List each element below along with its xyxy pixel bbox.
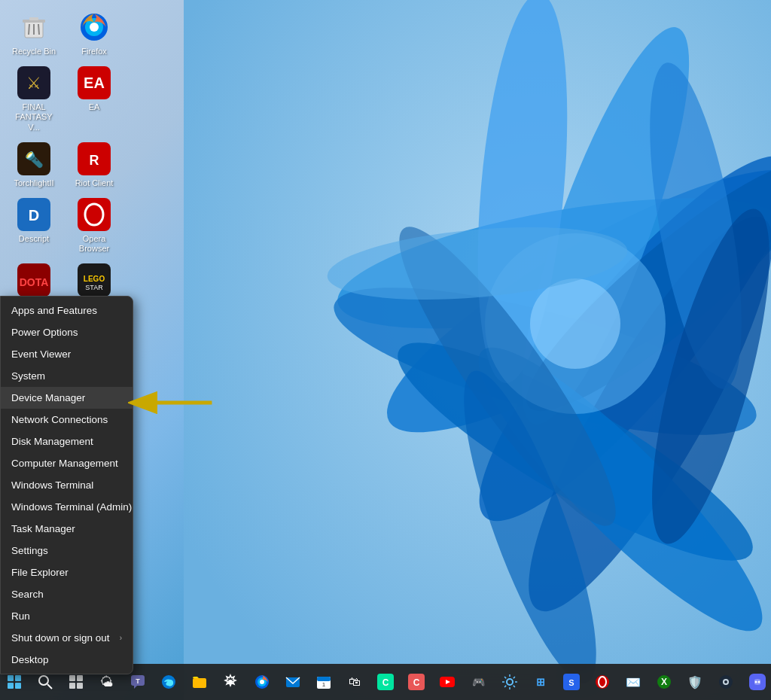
svg-text:S: S <box>568 678 574 687</box>
svg-text:C: C <box>382 677 389 688</box>
svg-text:🔦: 🔦 <box>25 151 44 169</box>
svg-line-21 <box>29 24 29 35</box>
svg-text:R: R <box>90 153 99 168</box>
menu-item-device-manager[interactable]: Device Manager <box>1 387 133 409</box>
steam-button[interactable] <box>712 667 740 697</box>
email2-button[interactable]: ✉️ <box>619 667 647 697</box>
opera-image <box>78 198 111 231</box>
final-fantasy-label: FINAL FANTASY V... <box>11 102 57 132</box>
svg-text:C: C <box>413 677 420 688</box>
slipstream-button[interactable]: S <box>557 667 585 697</box>
menu-item-computer-management[interactable]: Computer Management <box>1 452 133 474</box>
ea-label: EA <box>89 102 100 112</box>
firefox-label: Firefox <box>81 47 107 56</box>
svg-rect-47 <box>77 675 83 681</box>
menu-item-shut-down[interactable]: Shut down or sign out › <box>1 627 133 649</box>
svg-rect-48 <box>69 683 75 689</box>
gear-button[interactable] <box>495 667 523 697</box>
riot-client-icon[interactable]: R Riot Client <box>68 139 120 191</box>
svg-text:⚔: ⚔ <box>26 74 41 93</box>
svg-text:D: D <box>29 207 39 224</box>
menu-item-desktop[interactable]: Desktop <box>1 649 133 671</box>
menu-item-windows-terminal-admin[interactable]: Windows Terminal (Admin) <box>1 496 133 518</box>
menu-item-windows-terminal[interactable]: Windows Terminal <box>1 474 133 496</box>
svg-point-81 <box>757 681 760 683</box>
opera-taskbar-button[interactable] <box>588 667 616 697</box>
svg-point-26 <box>90 23 99 32</box>
svg-text:T: T <box>136 677 140 685</box>
desktop-icons-area: Recycle Bin Firefox <box>8 8 120 323</box>
menu-item-apps-features[interactable]: Apps and Features <box>1 300 133 321</box>
lego-star-image: LEGO STAR <box>78 263 111 297</box>
antivirus-button[interactable]: 🛡️ <box>681 667 709 697</box>
edge-button[interactable] <box>155 667 183 697</box>
youtube-button[interactable] <box>434 667 462 697</box>
svg-point-58 <box>260 680 264 684</box>
svg-text:X: X <box>661 677 667 687</box>
recycle-bin-icon[interactable]: Recycle Bin <box>8 8 60 59</box>
firefox-icon[interactable]: Firefox <box>68 8 120 59</box>
menu-item-search[interactable]: Search <box>1 583 133 605</box>
final-fantasy-image: ⚔ <box>17 66 50 99</box>
menu-item-settings[interactable]: Settings <box>1 540 133 562</box>
opera-label: Opera Browser <box>71 234 117 254</box>
svg-text:LEGO: LEGO <box>84 275 105 283</box>
file-explorer-button[interactable] <box>186 667 214 697</box>
svg-line-45 <box>47 684 52 689</box>
descript-image: D <box>17 198 50 231</box>
icon-row-3: 🔦 TorchlightII R Riot Client <box>8 139 120 191</box>
descript-icon[interactable]: D Descript <box>8 195 60 257</box>
final-fantasy-icon[interactable]: ⚔ FINAL FANTASY V... <box>8 63 60 135</box>
menu-item-network-connections[interactable]: Network Connections <box>1 409 133 431</box>
recycle-bin-image <box>17 11 50 44</box>
arrow-annotation <box>128 388 218 421</box>
svg-line-23 <box>38 24 39 35</box>
svg-point-80 <box>754 681 757 683</box>
menu-item-disk-management[interactable]: Disk Management <box>1 431 133 452</box>
menu-item-power-options[interactable]: Power Options <box>1 321 133 343</box>
menu-item-task-manager[interactable]: Task Manager <box>1 518 133 540</box>
riot-client-label: Riot Client <box>75 178 114 188</box>
mail-button[interactable] <box>279 667 306 697</box>
windows-logo-icon <box>8 675 21 689</box>
firefox-image <box>78 11 111 44</box>
recycle-bin-label: Recycle Bin <box>12 47 56 56</box>
ea-icon[interactable]: EA EA <box>68 63 120 135</box>
torchlight-label: TorchlightII <box>14 178 53 188</box>
riot-client-image: R <box>78 142 111 175</box>
epic-button[interactable]: 🎮 <box>465 667 492 697</box>
svg-text:1: 1 <box>322 681 326 688</box>
icon-row-4: D Descript Opera Browser <box>8 195 120 257</box>
svg-rect-54 <box>193 678 206 688</box>
icon-row-2: ⚔ FINAL FANTASY V... EA EA <box>8 63 120 135</box>
xbox-button[interactable]: X <box>651 667 678 697</box>
firefox-taskbar-button[interactable] <box>248 667 276 697</box>
svg-text:STAR: STAR <box>85 284 103 291</box>
chevron-right-icon: › <box>120 634 122 642</box>
svg-point-69 <box>507 679 513 685</box>
svg-rect-49 <box>77 683 83 689</box>
icon-row-1: Recycle Bin Firefox <box>8 8 120 59</box>
descript-label: Descript <box>19 234 49 244</box>
desktop: Recycle Bin Firefox <box>0 0 771 700</box>
network2-button[interactable]: ⊞ <box>526 667 554 697</box>
clash2-button[interactable]: C <box>403 667 431 697</box>
calendar-button[interactable]: 1 <box>309 667 337 697</box>
opera-icon[interactable]: Opera Browser <box>68 195 120 257</box>
menu-item-file-explorer[interactable]: File Explorer <box>1 562 133 583</box>
settings-button[interactable] <box>217 667 245 697</box>
svg-point-78 <box>724 680 727 683</box>
menu-item-system[interactable]: System <box>1 365 133 387</box>
menu-item-event-viewer[interactable]: Event Viewer <box>1 343 133 365</box>
svg-rect-20 <box>29 17 38 20</box>
desktop-wallpaper <box>184 0 771 700</box>
torchlight-image: 🔦 <box>17 142 50 175</box>
torchlight-icon[interactable]: 🔦 TorchlightII <box>8 139 60 191</box>
svg-point-44 <box>39 676 48 685</box>
svg-marker-51 <box>134 686 137 689</box>
discord-button[interactable] <box>743 667 771 697</box>
menu-item-run[interactable]: Run <box>1 605 133 627</box>
svg-rect-46 <box>69 675 75 681</box>
clash-button[interactable]: C <box>371 667 399 697</box>
store-button[interactable]: 🛍 <box>340 667 368 697</box>
